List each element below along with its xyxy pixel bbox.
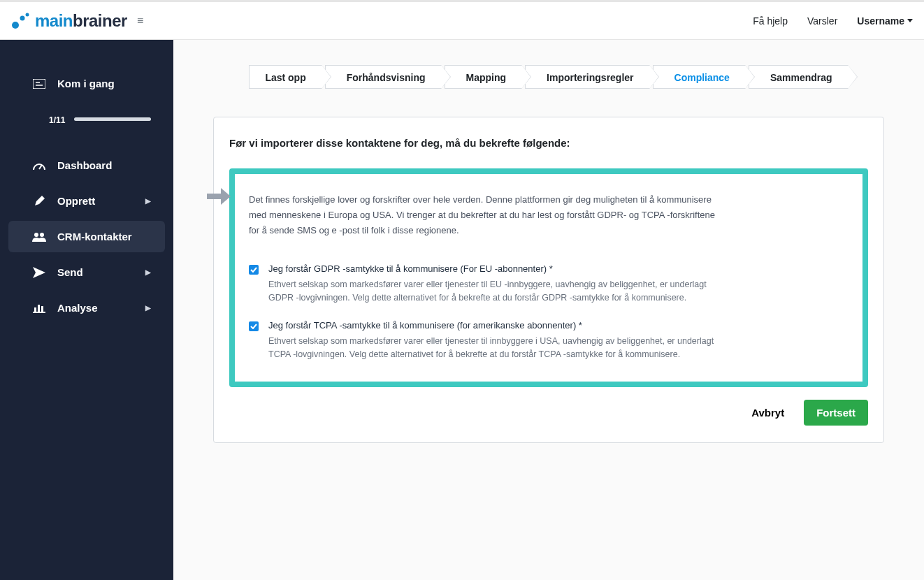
username-dropdown[interactable]: Username — [857, 15, 913, 27]
svg-point-7 — [34, 233, 38, 237]
chevron-right-icon: ▶ — [145, 197, 151, 205]
tcpa-desc: Ethvert selskap som markedsfører varer e… — [268, 335, 730, 361]
gdpr-label: Jeg forstår GDPR -samtykke til å kommuni… — [268, 263, 849, 274]
svg-point-2 — [26, 13, 29, 16]
intro-text: Det finnes forskjellige lover og forskri… — [249, 192, 724, 238]
bar-chart-icon — [32, 303, 46, 313]
sidebar-item-dashboard[interactable]: Dashboard — [8, 150, 165, 181]
step-preview[interactable]: Forhåndsvisning — [325, 65, 442, 89]
logo[interactable]: mainbrainer — [11, 11, 127, 31]
sidebar-item-send[interactable]: Send ▶ — [8, 256, 165, 288]
sidebar-item-get-started[interactable]: Kom i gang — [8, 68, 165, 99]
progress-area: 1/11 — [0, 113, 173, 126]
progress-bar — [74, 117, 151, 121]
tcpa-row: Jeg forstår TCPA -samtykke til å kommuni… — [249, 320, 849, 361]
step-compliance[interactable]: Compliance — [653, 65, 746, 89]
users-icon — [32, 232, 46, 242]
svg-point-1 — [20, 15, 25, 20]
svg-rect-10 — [34, 307, 36, 312]
progress-label: 1/11 — [49, 115, 65, 125]
paper-plane-icon — [32, 267, 46, 278]
sidebar-item-label: Send — [57, 266, 83, 278]
layout: Kom i gang 1/11 Dashboard Opprett ▶ CRM-… — [0, 40, 924, 580]
chevron-down-icon — [907, 19, 913, 22]
hamburger-icon[interactable]: ≡ — [137, 15, 143, 27]
gdpr-row: Jeg forstår GDPR -samtykke til å kommuni… — [249, 263, 849, 305]
pencil-icon — [32, 196, 46, 207]
header: mainbrainer ≡ Få hjelp Varsler Username — [0, 0, 924, 40]
username-label: Username — [857, 15, 904, 27]
gdpr-desc: Ethvert selskap som markedsfører varer e… — [268, 278, 730, 305]
sidebar-item-label: Dashboard — [57, 159, 112, 171]
sidebar-item-analyse[interactable]: Analyse ▶ — [8, 292, 165, 324]
sidebar-item-label: Kom i gang — [57, 78, 115, 89]
gdpr-checkbox[interactable] — [249, 265, 259, 275]
step-upload[interactable]: Last opp — [249, 65, 322, 89]
gauge-icon — [32, 161, 46, 171]
help-link[interactable]: Få hjelp — [753, 15, 788, 27]
svg-line-6 — [39, 165, 42, 169]
content: Last opp Forhåndsvisning Mapping Importe… — [173, 40, 924, 580]
sidebar: Kom i gang 1/11 Dashboard Opprett ▶ CRM-… — [0, 40, 173, 580]
step-breadcrumb: Last opp Forhåndsvisning Mapping Importe… — [201, 65, 896, 89]
sidebar-item-crm[interactable]: CRM-kontakter — [8, 221, 165, 252]
sidebar-item-label: Opprett — [57, 195, 95, 207]
header-right: Få hjelp Varsler Username — [753, 15, 913, 27]
continue-button[interactable]: Fortsett — [804, 400, 868, 426]
svg-point-8 — [40, 233, 44, 237]
svg-rect-3 — [33, 79, 45, 89]
step-mapping[interactable]: Mapping — [445, 65, 523, 89]
cancel-button[interactable]: Avbryt — [744, 401, 791, 424]
highlight-box: Det finnes forskjellige lover og forskri… — [229, 168, 868, 387]
tcpa-checkbox[interactable] — [249, 321, 259, 331]
sidebar-item-label: Analyse — [57, 302, 98, 314]
chevron-right-icon: ▶ — [145, 304, 151, 312]
sidebar-item-create[interactable]: Opprett ▶ — [8, 185, 165, 217]
svg-point-0 — [12, 22, 19, 29]
tcpa-label: Jeg forstår TCPA -samtykke til å kommuni… — [268, 320, 849, 331]
svg-rect-9 — [33, 312, 45, 313]
compliance-panel: Før vi importerer disse kontaktene for d… — [213, 117, 884, 443]
step-summary[interactable]: Sammendrag — [749, 65, 849, 89]
alerts-link[interactable]: Varsler — [807, 15, 837, 27]
panel-title: Før vi importerer disse kontaktene for d… — [229, 137, 868, 149]
panel-footer: Avbryt Fortsett — [229, 400, 868, 426]
logo-icon — [11, 13, 31, 29]
svg-rect-12 — [41, 306, 43, 312]
card-icon — [32, 79, 46, 89]
step-import-rules[interactable]: Importeringsregler — [525, 65, 649, 89]
svg-rect-11 — [38, 305, 40, 312]
arrow-callout-icon — [207, 188, 231, 208]
logo-text: mainbrainer — [35, 11, 127, 31]
chevron-right-icon: ▶ — [145, 268, 151, 276]
sidebar-item-label: CRM-kontakter — [57, 231, 132, 242]
